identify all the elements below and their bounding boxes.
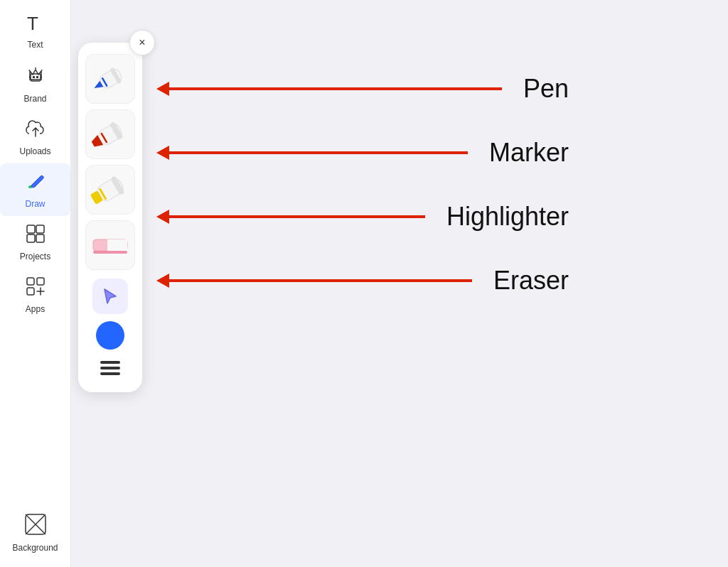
- sidebar-item-projects-label: Projects: [20, 252, 50, 261]
- cursor-button[interactable]: [92, 279, 128, 314]
- highlighter-arrow-line: [169, 215, 425, 218]
- svg-rect-10: [27, 225, 35, 233]
- highlighter-annotation-row: Highlighter: [156, 192, 569, 242]
- brand-icon: [24, 64, 47, 91]
- svg-rect-5: [41, 76, 42, 78]
- eraser-annotation-row: Eraser: [156, 256, 569, 306]
- sidebar-item-brand-label: Brand: [23, 94, 46, 104]
- menu-line-1: [100, 361, 120, 364]
- svg-rect-36: [124, 239, 127, 251]
- annotations: Pen Marker Highlighter Eraser: [156, 57, 569, 341]
- svg-rect-16: [27, 288, 34, 295]
- sidebar-item-background[interactable]: Background: [0, 506, 70, 560]
- menu-line-3: [100, 372, 120, 375]
- sidebar-item-apps-label: Apps: [26, 304, 45, 314]
- sidebar-item-uploads[interactable]: Uploads: [0, 111, 70, 163]
- svg-rect-37: [93, 251, 127, 254]
- draw-panel: ×: [78, 43, 142, 392]
- svg-text:T: T: [27, 13, 38, 33]
- sidebar-item-uploads-label: Uploads: [19, 146, 50, 156]
- marker-arrow-head: [156, 146, 169, 160]
- marker-label: Marker: [489, 138, 569, 168]
- marker-tool[interactable]: [85, 109, 135, 159]
- color-picker[interactable]: [96, 321, 124, 350]
- menu-line-2: [100, 367, 120, 369]
- svg-rect-3: [36, 76, 38, 78]
- pen-annotation-row: Pen: [156, 64, 569, 114]
- draw-icon: [25, 171, 46, 196]
- svg-rect-2: [33, 76, 35, 78]
- uploads-icon: [25, 118, 46, 144]
- svg-rect-15: [37, 278, 44, 285]
- svg-rect-4: [29, 76, 31, 78]
- highlighter-tool[interactable]: [85, 165, 135, 215]
- menu-button[interactable]: [95, 355, 126, 381]
- pen-label: Pen: [523, 74, 569, 104]
- svg-rect-13: [36, 234, 44, 242]
- sidebar-item-draw[interactable]: Draw: [0, 163, 70, 216]
- projects-icon: [25, 223, 46, 249]
- sidebar: T Text Brand: [0, 0, 71, 567]
- svg-rect-14: [27, 278, 34, 285]
- sidebar-item-brand[interactable]: Brand: [0, 57, 70, 111]
- eraser-tool[interactable]: [85, 220, 135, 270]
- eraser-label: Eraser: [493, 266, 569, 296]
- svg-point-9: [28, 185, 31, 188]
- svg-point-7: [28, 70, 30, 71]
- background-icon: [24, 513, 47, 540]
- pen-arrow-line: [169, 87, 502, 90]
- sidebar-item-text-label: Text: [27, 40, 43, 50]
- svg-point-8: [41, 70, 43, 71]
- highlighter-label: Highlighter: [446, 202, 569, 232]
- svg-rect-12: [27, 234, 35, 242]
- highlighter-arrow-head: [156, 210, 169, 224]
- text-icon: T: [26, 13, 46, 37]
- eraser-arrow-head: [156, 274, 169, 288]
- sidebar-item-apps[interactable]: Apps: [0, 269, 70, 321]
- sidebar-item-projects[interactable]: Projects: [0, 216, 70, 269]
- svg-rect-35: [107, 239, 127, 251]
- close-button[interactable]: ×: [129, 30, 155, 55]
- svg-rect-11: [36, 225, 44, 233]
- svg-marker-38: [105, 289, 116, 303]
- apps-icon: [25, 276, 46, 301]
- sidebar-item-draw-label: Draw: [25, 199, 45, 209]
- marker-annotation-row: Marker: [156, 128, 569, 178]
- pen-tool[interactable]: [85, 54, 135, 104]
- svg-point-6: [35, 68, 36, 69]
- pen-arrow-head: [156, 82, 169, 96]
- main-area: ×: [71, 0, 728, 567]
- eraser-arrow-line: [169, 279, 472, 282]
- marker-arrow-line: [169, 151, 468, 154]
- sidebar-item-background-label: Background: [12, 543, 58, 553]
- sidebar-item-text[interactable]: T Text: [0, 6, 70, 57]
- close-icon: ×: [139, 36, 145, 49]
